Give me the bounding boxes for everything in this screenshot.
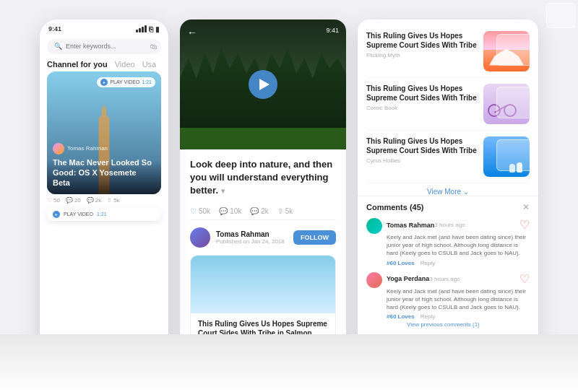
article-author-row: Tomas Rahman Published on Jan 24, 2018 F… [190, 227, 336, 248]
search-bar[interactable]: 🔍 🛍 [47, 39, 161, 54]
comment-2-author: Yoga Perdana [387, 275, 429, 282]
author-info: Tomas Rahman Published on Jan 24, 2018 [216, 230, 288, 245]
article-author-name: Tomas Rahman [216, 230, 288, 238]
comment-2-heart[interactable]: ♡ [519, 272, 530, 286]
nav-tabs: Channel for you Video Usa [40, 57, 168, 71]
view-more-button[interactable]: View More ⌄ [366, 183, 530, 196]
comment-icon: 💬 [66, 197, 73, 204]
news-item-1-title: This Ruling Gives Us Hopes Supreme Court… [366, 31, 478, 50]
comment-2-body: Yoga Perdana 3 hours ago ♡ Keely and Jac… [387, 272, 530, 333]
play-button-large[interactable] [249, 70, 277, 99]
phone-time: 9:41 [48, 25, 61, 32]
comment-icon-article: 💬 [219, 207, 228, 215]
phone-panel: 9:41 ⎘ ▮ 🔍 🛍 Channel for you Video Usa [40, 19, 168, 373]
play-icon-bottom: ► [53, 211, 60, 218]
comment-2: Yoga Perdana 3 hours ago ♡ Keely and Jac… [366, 272, 530, 333]
news-item-3-title: This Ruling Gives Us Hopes Supreme Court… [366, 136, 478, 155]
comment-1-avatar [366, 218, 382, 234]
likes-stat: ♡ 50 [47, 197, 60, 204]
author-name: Tomas Rahman [67, 145, 108, 152]
article-panel: ← 9:41 Look deep into nature, and then y… [180, 19, 346, 373]
comment-2-header: Yoga Perdana 3 hours ago ♡ [387, 272, 530, 286]
article-actions: ♡ 50k 💬 10k 💬 2k ⇧ 5k [190, 203, 336, 220]
comment-1-text: Keely and Jack met (and have been dating… [387, 233, 530, 258]
comment-1-time: 3 hours ago [434, 222, 465, 228]
saves-stat: ⇧ 5k [107, 197, 119, 204]
tab-usa[interactable]: Usa [142, 60, 157, 69]
news-item-1-overlay [496, 34, 530, 66]
share-icon: 💬 [87, 197, 94, 204]
tab-channel[interactable]: Channel for you [47, 60, 108, 69]
share-icon-article: ⇧ [277, 207, 283, 215]
news-item-3-overlay [496, 139, 530, 171]
comment-1-body: Tomas Rahman 3 hours ago ♡ Keely and Jac… [387, 218, 530, 266]
save-icon: ⇧ [107, 197, 112, 204]
comment-2-reply[interactable]: Reply [420, 313, 435, 320]
comment-2-meta: #60 Loves Reply [387, 313, 530, 320]
play-badge-top[interactable]: ► PLAY VIDEO 1:21 [97, 77, 155, 87]
back-arrow[interactable]: ← [187, 27, 197, 38]
comment-1-heart[interactable]: ♡ [519, 218, 530, 232]
status-icons: ⎘ ▮ [136, 25, 160, 33]
comment-1-author: Tomas Rahman [387, 222, 434, 229]
news-item-1-text: This Ruling Gives Us Hopes Supreme Court… [366, 31, 478, 58]
play-badge-bottom[interactable]: ► PLAY VIDEO 1:21 [47, 208, 161, 221]
news-item-1-source: Flicking Myth [366, 52, 478, 58]
article-messages[interactable]: 💬 2k [250, 207, 269, 215]
comments-stat: 💬 20 [66, 197, 81, 204]
play-icon: ► [100, 79, 108, 86]
comment-2-time: 3 hours ago [429, 276, 460, 282]
heart-icon-article: ♡ [190, 207, 197, 215]
news-item-2-text: This Ruling Gives Us Hopes Supreme Court… [366, 84, 478, 111]
message-icon-article: 💬 [250, 207, 259, 215]
search-icon: 🔍 [54, 43, 62, 50]
article-quote: Look deep into nature, and then you will… [190, 158, 336, 198]
comment-1-loves[interactable]: #60 Loves [387, 260, 415, 266]
view-prev-comments[interactable]: View previous comments (1) [407, 321, 530, 328]
comment-2-avatar [366, 272, 382, 288]
news-panel: This Ruling Gives Us Hopes Supreme Court… [358, 19, 538, 373]
article-shares[interactable]: ⇧ 5k [277, 207, 293, 215]
article-likes[interactable]: ♡ 50k [190, 207, 210, 215]
chevron-down-icon: ⌄ [463, 188, 469, 196]
status-bar: 9:41 ⎘ ▮ [40, 19, 168, 36]
author-avatar [53, 143, 64, 154]
related-card-image [191, 256, 335, 313]
news-item-2[interactable]: This Ruling Gives Us Hopes Supreme Court… [366, 78, 530, 131]
news-item-3[interactable]: This Ruling Gives Us Hopes Supreme Court… [366, 131, 530, 183]
news-item-1[interactable]: This Ruling Gives Us Hopes Supreme Court… [366, 25, 530, 78]
hero-ground [180, 128, 346, 149]
comment-1: Tomas Rahman 3 hours ago ♡ Keely and Jac… [366, 218, 530, 266]
related-card: This Ruling Gives Us Hopes Supreme Court… [190, 255, 336, 370]
news-item-2-overlay [496, 87, 530, 118]
news-item-2-source: Comic Book [366, 105, 478, 111]
card-title: The Mac Never Looked So Good: OS X Yosem… [53, 157, 155, 188]
news-item-3-text: This Ruling Gives Us Hopes Supreme Court… [366, 136, 478, 164]
follow-button[interactable]: FOLLOW [293, 230, 336, 245]
news-item-3-source: Cyrus Hollies [366, 157, 478, 164]
comment-2-loves[interactable]: #60 Loves [387, 313, 415, 320]
comment-2-text: Keely and Jack met (and have been dating… [387, 287, 530, 312]
news-item-1-image [483, 31, 530, 71]
news-list: This Ruling Gives Us Hopes Supreme Court… [358, 19, 538, 196]
card-overlay: Tomas Rahman The Mac Never Looked So Goo… [47, 137, 161, 194]
comments-header: Comments (45) ✕ [366, 202, 530, 212]
news-item-3-image [483, 136, 530, 177]
shares-stat: 💬 2k [87, 197, 101, 204]
heart-icon: ♡ [47, 197, 52, 204]
close-icon[interactable]: ✕ [522, 202, 530, 212]
article-content: Look deep into nature, and then you will… [180, 149, 346, 373]
tab-video[interactable]: Video [115, 60, 135, 69]
expand-icon[interactable]: ▾ [221, 187, 225, 195]
comment-1-header: Tomas Rahman 3 hours ago ♡ [387, 218, 530, 232]
article-comments[interactable]: 💬 10k [219, 207, 241, 215]
comment-1-reply[interactable]: Reply [420, 260, 435, 266]
comments-title: Comments (45) [366, 203, 423, 212]
search-input[interactable] [66, 43, 147, 50]
featured-card: ► PLAY VIDEO 1:21 Tomas Rahman The Mac N… [47, 71, 161, 194]
news-item-2-title: This Ruling Gives Us Hopes Supreme Court… [366, 84, 478, 103]
author-row: Tomas Rahman [53, 143, 155, 154]
article-author-avatar [190, 227, 210, 248]
news-item-2-image [483, 84, 530, 124]
article-time: 9:41 [326, 27, 339, 34]
